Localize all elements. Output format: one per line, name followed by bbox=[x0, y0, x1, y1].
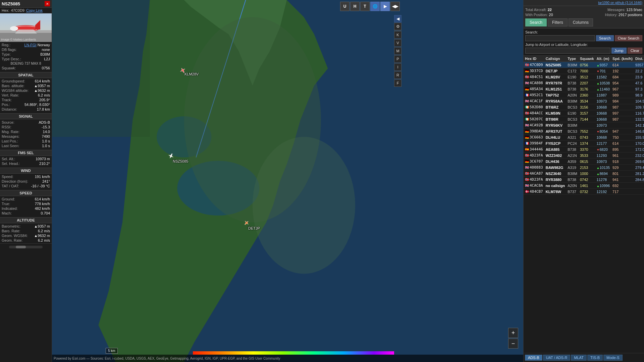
callsign-cell: AFR37UT bbox=[544, 128, 566, 134]
aircraft-detjp[interactable] bbox=[243, 220, 250, 226]
table-row[interactable]: 🇩🇰484CB7 KLM78W B737 0732 12192 717 -26.… bbox=[524, 189, 644, 195]
signal-header: SIGNAL bbox=[0, 113, 52, 119]
filter-btn-tisb[interactable]: TIS-B bbox=[587, 355, 603, 361]
svg-rect-13 bbox=[52, 0, 150, 137]
h-button[interactable]: H bbox=[350, 2, 360, 11]
table-row[interactable]: 🇩🇪3C6663 DLH4LU A321 0743 10668 750 155.… bbox=[524, 134, 644, 140]
scale-indicator[interactable]: 5 km bbox=[106, 348, 118, 354]
col-dist[interactable]: Dist. (km) bbox=[634, 56, 644, 62]
table-row[interactable]: 🇬🇧4CA808 RYR797R B738 2207 ▲10538 954 47… bbox=[524, 80, 644, 86]
copy-link[interactable]: Copy Link bbox=[26, 8, 43, 12]
filter-btn-modes[interactable]: Mode-S bbox=[603, 355, 623, 361]
ground-value: 614 km/h bbox=[35, 197, 50, 201]
toggle-i[interactable]: I bbox=[394, 63, 401, 71]
col-hex[interactable]: Hex ID bbox=[524, 56, 544, 62]
dist-cell: 22.2 bbox=[634, 68, 644, 74]
type-cell: BCS3 bbox=[566, 116, 579, 122]
dist-cell bbox=[634, 189, 644, 195]
table-row[interactable]: 🇩🇪398DA9 AFR37UT BCS3 7552 ▼8054 947 146… bbox=[524, 128, 644, 134]
type-cell: B738 bbox=[566, 177, 579, 183]
zoom-out-button[interactable]: − bbox=[508, 339, 518, 349]
alt-cell: 11887 bbox=[595, 92, 611, 98]
tab-columns[interactable]: Columns bbox=[569, 18, 593, 26]
table-row[interactable]: 🇩🇪3C6707 DLH436 A359 0615 10973 918 269.… bbox=[524, 159, 644, 165]
groundspeed-label: Groundspeed: bbox=[2, 79, 25, 83]
table-row[interactable]: 🇳🇴484C51 KLM28V E190 3512 11582 684 23.9… bbox=[524, 74, 644, 80]
table-row[interactable]: 🇬🇧4CA92B RYR56KV B38M 10973 142.1 -30.8 bbox=[524, 122, 644, 128]
jump-button[interactable]: Jump bbox=[611, 48, 627, 54]
spd-cell: 614 bbox=[611, 62, 634, 68]
clear-jump-button[interactable]: Clear bbox=[628, 48, 642, 54]
toggle-k[interactable]: K bbox=[394, 31, 401, 39]
tab-search[interactable]: Search bbox=[525, 18, 547, 26]
filter-btn-adsb[interactable]: ADS-B bbox=[525, 355, 542, 361]
filter-btn-mlat[interactable]: MLAT bbox=[571, 355, 587, 361]
alt-cell: ▲10538 bbox=[595, 80, 611, 86]
spd-cell: 954 bbox=[611, 80, 634, 86]
tab-filters[interactable]: Filters bbox=[548, 18, 568, 26]
github-link[interactable]: tar1090 on github (3.14.1646) bbox=[598, 1, 642, 5]
nav-lr-button[interactable]: ◀▶ bbox=[390, 2, 400, 11]
search-button[interactable]: Search bbox=[596, 35, 614, 41]
toggle-v[interactable]: V bbox=[394, 39, 401, 47]
jump-input[interactable] bbox=[525, 48, 610, 54]
table-row[interactable]: 🇫🇷39984F FYI52CP PC24 1374 12177 614 170… bbox=[524, 140, 644, 146]
table-row[interactable]: 🇬🇧4CAC8A no callsign A20N 1461 ▲10996 69… bbox=[524, 183, 644, 189]
toggle-p[interactable]: P bbox=[394, 55, 401, 63]
last-pos-value: 1.0 s bbox=[42, 139, 50, 143]
sel-alt-label: Sel. Alt.: bbox=[2, 157, 15, 161]
panel-collapse-button[interactable]: ◀ bbox=[394, 15, 401, 22]
toggle-m[interactable]: M bbox=[394, 47, 401, 55]
globe-button[interactable]: 🌐 bbox=[370, 2, 380, 11]
aircraft-nsz5085[interactable] bbox=[168, 153, 174, 159]
u-button[interactable]: U bbox=[340, 2, 350, 11]
close-button[interactable]: ✕ bbox=[45, 1, 50, 6]
table-row[interactable]: 🇮🇪50207C BTI98R BCS3 7144 10668 987 132.… bbox=[524, 116, 644, 122]
toggle-f[interactable]: F bbox=[394, 79, 401, 87]
table-row[interactable]: 🇩🇪3D37CD DETJP C172 7000 ▼701 192 22.2 -… bbox=[524, 68, 644, 74]
dist-cell: 116.7 bbox=[634, 110, 644, 116]
table-row[interactable]: 🇮🇪502D80 BTI6RZ BCS3 3156 10668 987 109.… bbox=[524, 104, 644, 110]
spd-cell: 895 bbox=[611, 146, 634, 153]
col-callsign[interactable]: Callsign bbox=[544, 56, 566, 62]
type-cell: C172 bbox=[566, 68, 579, 74]
table-row[interactable]: 🇬🇧400883 BAW982G A319 2153 ▲10135 929 27… bbox=[524, 165, 644, 171]
col-type[interactable]: Type bbox=[566, 56, 579, 62]
rssi-value: -15.3 bbox=[42, 125, 50, 129]
t-button[interactable]: T bbox=[360, 2, 370, 11]
aircraft-klm28v[interactable] bbox=[179, 67, 186, 74]
filter-btn-uatadsr[interactable]: UAT / ADS-R bbox=[543, 355, 571, 361]
geom-rate-label: Geom. Rate: bbox=[2, 238, 22, 242]
spd-cell: 984 bbox=[611, 98, 634, 104]
table-row[interactable]: 🇳🇴4ACA87 NSZ3640 B38M 1000 ▲8694 801 281… bbox=[524, 171, 644, 177]
settings-gear-button[interactable]: ⚙ bbox=[394, 23, 401, 30]
squawk-cell: 0756 bbox=[579, 62, 595, 68]
table-row[interactable]: 🇩🇪485A34 KLM1251 B738 3176 ▲11460 967 97… bbox=[524, 86, 644, 92]
true-label: True: bbox=[2, 202, 10, 206]
callsign-cell: DETJP bbox=[544, 68, 566, 74]
alt-cell: ▼8054 bbox=[595, 128, 611, 134]
callsign-cell: BAW982G bbox=[544, 165, 566, 171]
squawk-cell: 0732 bbox=[579, 189, 595, 195]
clear-search-button[interactable]: Clear Search bbox=[615, 35, 642, 41]
table-row[interactable]: 🇳🇴484ACC KLM59N E190 3157 10668 997 116.… bbox=[524, 110, 644, 116]
table-row[interactable]: 🇬🇧4CAC1F RYR58AA B38M 3534 10973 984 104… bbox=[524, 98, 644, 104]
toggle-r[interactable]: R bbox=[394, 71, 401, 79]
col-spd[interactable]: Spd. (km/h) bbox=[611, 56, 634, 62]
alt-cell: 10668 bbox=[595, 110, 611, 116]
table-row[interactable]: 🇳🇴4D23FA WZZ3402 A21N 3533 11293 961 232… bbox=[524, 153, 644, 159]
table-row[interactable]: 🇳🇴47C0D9 NSZ5085 B38M 0756 ▲9357 614 935… bbox=[524, 62, 644, 68]
table-row[interactable]: 🇳🇴4D23FA RYR3880 B738 0742 11278 941 284… bbox=[524, 177, 644, 183]
baro-alt-value: ▲9357 m bbox=[34, 84, 50, 88]
ground-label: Ground: bbox=[2, 197, 15, 201]
hex-cell: 🇬🇧4CAC8A bbox=[524, 183, 544, 189]
table-row[interactable]: 🇪🇸344446 AEA885 B738 3370 ▼6820 895 172.… bbox=[524, 146, 644, 153]
col-alt[interactable]: Alt. (m) bbox=[595, 56, 611, 62]
search-label: Search: bbox=[525, 30, 642, 34]
table-row[interactable]: 🇫🇷4952C1 TAP752 A20N 2360 11887 989 98.9… bbox=[524, 92, 644, 98]
search-input[interactable] bbox=[525, 35, 595, 41]
nav-forward-button[interactable]: ▶ bbox=[380, 2, 390, 11]
col-squawk[interactable]: Squawk bbox=[579, 56, 595, 62]
hex-cell: 🇳🇴4ACA87 bbox=[524, 171, 544, 177]
zoom-in-button[interactable]: + bbox=[508, 328, 518, 338]
